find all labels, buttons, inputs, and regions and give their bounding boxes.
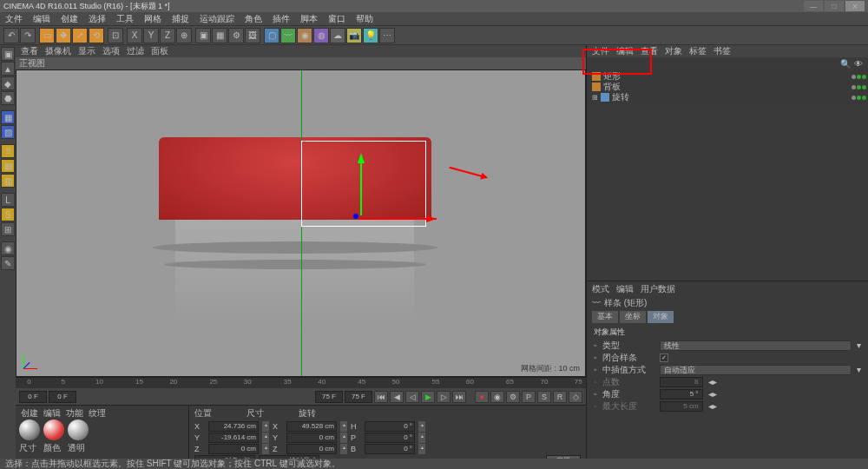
polys-mode[interactable]: ▥ xyxy=(1,174,15,188)
prop-close-checkbox[interactable]: ✓ xyxy=(660,353,668,362)
deformer-tool[interactable]: ◍ xyxy=(313,28,329,43)
object-row-lathe[interactable]: ⊞ 旋转 xyxy=(589,92,866,102)
gizmo-y-axis-icon[interactable] xyxy=(358,153,365,163)
menu-file[interactable]: 文件 xyxy=(5,13,23,25)
material-ball-3[interactable] xyxy=(68,419,89,440)
mat-tab-tex[interactable]: 纹理 xyxy=(89,407,106,418)
vp-tab-options[interactable]: 选项 xyxy=(102,45,120,57)
animation-mode[interactable]: ⬣ xyxy=(1,91,15,105)
record-button[interactable]: ● xyxy=(475,391,489,403)
goto-start-button[interactable]: ⏮ xyxy=(374,391,388,403)
play-forward-button[interactable]: ▶ xyxy=(421,391,435,403)
prop-angle-input[interactable]: 5 ° xyxy=(660,389,703,400)
menu-plugins[interactable]: 插件 xyxy=(273,13,290,25)
rot-b-input[interactable]: 0 ° xyxy=(365,444,415,454)
goto-end-button[interactable]: ⏭ xyxy=(452,391,466,403)
tweak-mode[interactable]: ✎ xyxy=(1,256,15,270)
menu-snap[interactable]: 捕捉 xyxy=(172,13,189,25)
menu-motion[interactable]: 运动跟踪 xyxy=(200,13,234,25)
timeline-start-frame[interactable]: 0 F xyxy=(19,391,47,403)
menu-tools[interactable]: 工具 xyxy=(116,13,134,25)
edges-mode[interactable]: ▤ xyxy=(1,159,15,173)
misc-tool[interactable]: ⋯ xyxy=(379,28,395,43)
render-view[interactable]: ▣ xyxy=(195,28,211,43)
render-region[interactable]: ▦ xyxy=(212,28,227,43)
soft-select[interactable]: ◉ xyxy=(1,241,15,255)
om-tab-object[interactable]: 对象 xyxy=(665,45,682,57)
search-icon[interactable]: 🔍 xyxy=(840,59,851,69)
timeline-ruler[interactable]: 0 5 10 15 20 25 30 35 40 45 50 55 60 65 … xyxy=(16,377,586,387)
expand-icon[interactable]: ⊞ xyxy=(592,94,598,102)
subtab-coord[interactable]: 坐标 xyxy=(620,311,646,323)
timeline-end-frame[interactable]: 75 F xyxy=(315,391,343,403)
generator-tool[interactable]: ◉ xyxy=(297,28,312,43)
attr-tab-userdata[interactable]: 用户数据 xyxy=(641,283,675,295)
mat-tab-create[interactable]: 创建 xyxy=(21,407,38,418)
vp-tab-camera[interactable]: 摄像机 xyxy=(45,45,71,57)
model-mode[interactable]: ▲ xyxy=(1,62,15,76)
material-ball-1[interactable] xyxy=(19,419,40,440)
axis-y-toggle[interactable]: Y xyxy=(143,28,159,43)
move-tool[interactable]: ✥ xyxy=(56,28,71,43)
object-row-backplate[interactable]: 背板 xyxy=(589,82,866,92)
object-mode[interactable]: ◆ xyxy=(1,76,15,90)
autokey-button[interactable]: ◉ xyxy=(490,391,504,403)
primitive-cube[interactable]: ▢ xyxy=(264,28,279,43)
timeline-current-frame[interactable]: 0 F xyxy=(49,391,76,403)
spinner-icon[interactable]: ◂▸ xyxy=(708,401,717,411)
timeline-preview-end[interactable]: 75 F xyxy=(345,391,372,403)
minimize-button[interactable]: — xyxy=(804,1,823,11)
menu-character[interactable]: 角色 xyxy=(245,13,262,25)
axis-z-toggle[interactable]: Z xyxy=(160,28,175,43)
key-scale-toggle[interactable]: S xyxy=(537,391,551,403)
make-editable[interactable]: ▣ xyxy=(1,47,15,61)
quantize-toggle[interactable]: ⊞ xyxy=(1,222,15,236)
rot-h-input[interactable]: 0 ° xyxy=(365,421,415,432)
menu-help[interactable]: 帮助 xyxy=(356,13,373,25)
vp-tab-display[interactable]: 显示 xyxy=(78,45,95,57)
world-axis-toggle[interactable]: ⊕ xyxy=(176,28,192,43)
subtab-basic[interactable]: 基本 xyxy=(592,311,618,323)
size-y-input[interactable]: 0 cm xyxy=(286,433,337,443)
scale-tool[interactable]: ⤢ xyxy=(72,28,88,43)
select-tool[interactable]: ▭ xyxy=(39,28,55,43)
texture-mode[interactable]: ▦ xyxy=(1,110,15,124)
prop-maxlen-input[interactable]: 5 cm xyxy=(660,401,703,412)
redo-button[interactable]: ↷ xyxy=(20,28,36,43)
menu-window[interactable]: 窗口 xyxy=(328,13,345,25)
workplane-mode[interactable]: ▨ xyxy=(1,125,15,139)
gizmo-x-axis-icon[interactable] xyxy=(426,215,437,222)
render-settings[interactable]: ⚙ xyxy=(228,28,244,43)
eye-icon[interactable]: 👁 xyxy=(854,59,863,69)
mat-tab-edit[interactable]: 编辑 xyxy=(43,407,61,418)
light-tool[interactable]: 💡 xyxy=(363,28,378,43)
menu-create[interactable]: 创建 xyxy=(61,13,78,25)
rotate-tool[interactable]: ⟲ xyxy=(89,28,104,43)
prop-type-select[interactable]: 线性 xyxy=(660,340,852,351)
size-z-input[interactable]: 0 cm xyxy=(286,444,337,454)
menu-script[interactable]: 脚本 xyxy=(300,13,318,25)
maximize-button[interactable]: □ xyxy=(825,1,844,11)
spline-tool[interactable]: 〰 xyxy=(280,28,296,43)
pos-y-input[interactable]: -19.614 cm xyxy=(208,433,259,443)
prop-interp-select[interactable]: 自动适应 xyxy=(660,365,852,375)
camera-tool[interactable]: 📷 xyxy=(346,28,362,43)
spinner-icon[interactable]: ◂▸ xyxy=(708,389,717,399)
vp-tab-view[interactable]: 查看 xyxy=(21,45,38,57)
keyframe-options[interactable]: ⚙ xyxy=(506,391,520,403)
pos-x-input[interactable]: 24.736 cm xyxy=(208,421,259,432)
menu-edit[interactable]: 编辑 xyxy=(33,13,50,25)
material-ball-2[interactable] xyxy=(43,419,64,440)
om-tab-bookmark[interactable]: 书签 xyxy=(713,45,731,57)
menu-select[interactable]: 选择 xyxy=(89,13,106,25)
mat-tab-func[interactable]: 功能 xyxy=(66,407,83,418)
key-params-toggle[interactable]: ◇ xyxy=(569,391,582,403)
dropdown-icon[interactable]: ▾ xyxy=(857,365,861,374)
key-rot-toggle[interactable]: R xyxy=(553,391,567,403)
viewport[interactable]: 网格间距 : 10 cm xyxy=(16,69,586,377)
object-manager[interactable]: 矩形 背板 ⊞ 旋转 xyxy=(587,69,868,106)
undo-button[interactable]: ↶ xyxy=(3,28,19,43)
vp-tab-panel[interactable]: 面板 xyxy=(151,45,168,57)
axis-mode[interactable]: L xyxy=(1,193,15,207)
pos-z-input[interactable]: 0 cm xyxy=(208,444,259,454)
